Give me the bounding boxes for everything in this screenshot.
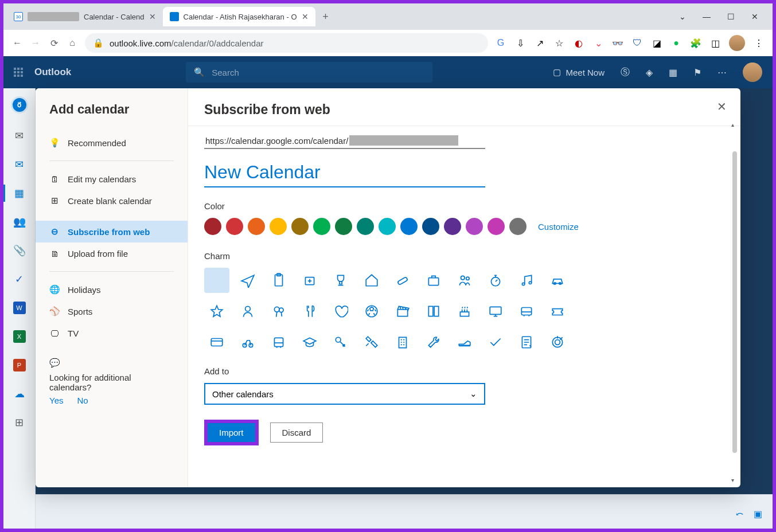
charm-heart-icon[interactable]	[328, 299, 353, 324]
charm-checkmark-icon[interactable]	[483, 330, 508, 355]
todo-icon[interactable]: ✓	[13, 273, 26, 285]
charm-fork-icon[interactable]	[297, 299, 322, 324]
apps-icon[interactable]: ⊞	[13, 416, 26, 429]
charm-car-icon[interactable]	[545, 268, 570, 293]
scroll-down-icon[interactable]: ▾	[731, 477, 737, 483]
color-swatch-3[interactable]	[270, 218, 287, 235]
color-swatch-9[interactable]	[400, 218, 418, 235]
charm-people-icon[interactable]	[452, 268, 477, 293]
import-button[interactable]: Import	[208, 423, 255, 442]
back-icon[interactable]: ←	[11, 37, 23, 49]
charm-clapper-icon[interactable]	[390, 299, 415, 324]
menu-icon[interactable]: ⋮	[753, 37, 765, 49]
minimize-icon[interactable]: —	[701, 12, 712, 21]
charm-soccer-icon[interactable]	[359, 299, 384, 324]
profile-avatar[interactable]	[729, 35, 745, 51]
sidepanel-icon[interactable]: ◫	[709, 37, 721, 49]
more-icon[interactable]: ⋯	[717, 67, 727, 78]
excel-icon[interactable]: X	[13, 330, 26, 343]
skype-icon[interactable]: Ⓢ	[621, 66, 630, 79]
color-swatch-10[interactable]	[422, 218, 439, 235]
bitwarden-icon[interactable]: 🛡	[631, 37, 643, 49]
sidebar-item-create[interactable]: ⊞Create blank calendar	[36, 190, 188, 212]
charm-pill-icon[interactable]	[390, 268, 415, 293]
charm-key-icon[interactable]	[328, 330, 353, 355]
close-icon[interactable]: ✕	[149, 12, 156, 21]
color-swatch-12[interactable]	[466, 218, 483, 235]
color-swatch-8[interactable]	[379, 218, 396, 235]
color-swatch-6[interactable]	[335, 218, 352, 235]
reload-icon[interactable]: ⟳	[48, 37, 60, 49]
charm-plane-icon[interactable]	[235, 268, 260, 293]
sidebar-item-holidays[interactable]: 🌐Holidays	[36, 279, 188, 300]
sidebar-item-recommended[interactable]: 💡Recommended	[36, 132, 188, 154]
charm-balloons-icon[interactable]	[266, 299, 291, 324]
charm-book-icon[interactable]	[421, 299, 446, 324]
color-swatch-4[interactable]	[291, 218, 309, 235]
addto-select[interactable]: Other calendars ⌄	[204, 383, 485, 405]
charm-bus-icon[interactable]	[266, 330, 291, 355]
color-swatch-5[interactable]	[313, 218, 330, 235]
adblock-icon[interactable]: ◐	[573, 37, 584, 49]
extensions-icon[interactable]: 🧩	[690, 37, 701, 49]
flag-icon[interactable]: ⚑	[693, 67, 701, 78]
charm-medical-icon[interactable]	[297, 268, 322, 293]
color-swatch-2[interactable]	[248, 218, 265, 235]
attach-icon[interactable]: 📎	[13, 244, 26, 257]
search-input[interactable]: 🔍 Search	[186, 62, 432, 83]
chevron-down-icon[interactable]: ⌄	[677, 12, 688, 21]
charm-clipboard-icon[interactable]	[266, 268, 291, 293]
privacy-icon[interactable]: 👓	[612, 37, 623, 49]
url-input[interactable]: 🔒 outlook.live.com/calendar/0/addcalenda…	[85, 33, 488, 53]
charm-music-icon[interactable]	[514, 268, 539, 293]
close-window-icon[interactable]: ✕	[750, 12, 760, 21]
sidebar-item-upload[interactable]: 🗎Upload from file	[36, 242, 188, 264]
color-swatch-1[interactable]	[226, 218, 243, 235]
powerpoint-icon[interactable]: P	[13, 359, 26, 371]
color-swatch-14[interactable]	[509, 218, 527, 235]
outlook-brand[interactable]: Outlook	[34, 66, 71, 78]
charm-building-icon[interactable]	[390, 330, 415, 355]
sidebar-item-tv[interactable]: 🖵TV	[36, 322, 188, 344]
forward-icon[interactable]: →	[30, 37, 41, 49]
charm-cake-icon[interactable]	[452, 299, 477, 324]
app-launcher-icon[interactable]	[14, 68, 23, 77]
close-icon[interactable]: ✕	[717, 100, 727, 114]
discard-button[interactable]: Discard	[270, 423, 323, 443]
maximize-icon[interactable]: ☐	[726, 12, 736, 21]
scrollbar[interactable]: ▴ ▾	[731, 128, 737, 476]
diamond-icon[interactable]: ◈	[646, 67, 653, 78]
close-icon[interactable]: ✕	[302, 12, 309, 21]
color-swatch-7[interactable]	[357, 218, 374, 235]
tab-google-calendar[interactable]: 30 Calendar - Calend ✕	[7, 7, 163, 26]
charm-person-icon[interactable]	[235, 299, 260, 324]
charm-shoe-icon[interactable]	[452, 330, 477, 355]
charm-trophy-icon[interactable]	[328, 268, 353, 293]
color-swatch-0[interactable]	[204, 218, 221, 235]
ext-icon-2[interactable]: ●	[670, 37, 682, 49]
scroll-thumb[interactable]	[732, 151, 737, 453]
onedrive-icon[interactable]: ☁	[13, 388, 26, 400]
footer-no-link[interactable]: No	[77, 396, 88, 405]
people-icon[interactable]: 👥	[13, 216, 26, 228]
account-avatar[interactable]	[743, 62, 762, 82]
calendar-name-input[interactable]	[204, 161, 485, 187]
calendar-icon[interactable]: ▦	[13, 187, 26, 200]
charm-none-icon[interactable]	[204, 268, 229, 293]
new-tab-button[interactable]: +	[315, 11, 336, 23]
pocket-icon[interactable]: ⌄	[592, 37, 604, 49]
charm-card-icon[interactable]	[204, 330, 229, 355]
mail-filled-icon[interactable]: ✉	[13, 158, 26, 171]
tab-outlook-calendar[interactable]: Calendar - Atish Rajasekharan - O ✕	[163, 7, 315, 26]
meet-now-button[interactable]: ▢Meet Now	[553, 67, 605, 77]
sidebar-item-sports[interactable]: ⚾Sports	[36, 300, 188, 322]
google-icon[interactable]: G	[495, 37, 506, 49]
color-swatch-13[interactable]	[488, 218, 505, 235]
charm-stopwatch-icon[interactable]	[483, 268, 508, 293]
color-swatch-11[interactable]	[444, 218, 461, 235]
install-icon[interactable]: ⇩	[514, 37, 526, 49]
share-icon[interactable]: ↗	[534, 37, 545, 49]
word-icon[interactable]: W	[13, 302, 26, 314]
charm-wrench-icon[interactable]	[421, 330, 446, 355]
footer-yes-link[interactable]: Yes	[49, 396, 63, 405]
